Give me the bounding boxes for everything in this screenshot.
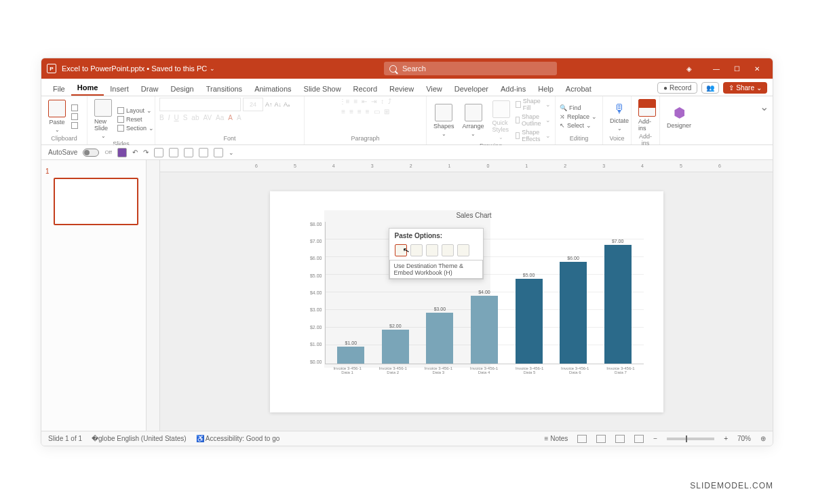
font-style-buttons[interactable]: BIUSabAVAaAA: [159, 114, 241, 121]
tab-transitions[interactable]: Transitions: [200, 82, 248, 96]
bar-6: $6.00: [560, 256, 587, 364]
language-indicator[interactable]: �globe English (United States): [92, 435, 187, 442]
font-family-select[interactable]: [159, 98, 241, 111]
shape-outline-button[interactable]: Shape Outline ⌄: [516, 113, 551, 127]
tab-home[interactable]: Home: [71, 81, 104, 96]
qat-icon-3[interactable]: [184, 148, 193, 157]
zoom-level[interactable]: 70%: [737, 435, 751, 442]
paragraph-buttons-1[interactable]: ⋮≡≡⇤⇥↕⤴: [339, 98, 392, 105]
tab-record[interactable]: Record: [347, 82, 383, 96]
replace-button[interactable]: ⤭Replace ⌄: [560, 113, 597, 120]
qat-dropdown-icon[interactable]: ⌄: [229, 149, 234, 156]
tab-help[interactable]: Help: [532, 82, 560, 96]
format-painter-icon[interactable]: [71, 122, 78, 129]
bar-3: $3.00: [426, 307, 453, 364]
tab-addins[interactable]: Add-ins: [495, 82, 532, 96]
tab-slideshow[interactable]: Slide Show: [298, 82, 347, 96]
qat-icon-4[interactable]: [199, 148, 208, 157]
maximize-button[interactable]: ☐: [726, 62, 747, 75]
notes-button[interactable]: ≡ Notes: [545, 435, 568, 442]
bar-1: $1.00: [337, 341, 364, 364]
tab-view[interactable]: View: [420, 82, 448, 96]
close-button[interactable]: ✕: [747, 62, 767, 75]
paste-options-popup: Paste Options: Use Destination Theme & E…: [389, 228, 484, 279]
save-icon[interactable]: [117, 148, 127, 157]
paragraph-buttons-2[interactable]: ≡≡≡≡▭⊞: [341, 108, 389, 115]
chart-y-axis: $8.00$7.00$6.00$5.00$4.00$3.00$2.00$1.00…: [305, 222, 325, 364]
collapse-ribbon-icon[interactable]: ⌄: [756, 96, 773, 144]
tab-file[interactable]: File: [47, 82, 71, 96]
group-voice: Voice: [607, 135, 627, 143]
font-size-select[interactable]: 24: [243, 98, 263, 111]
minimize-button[interactable]: —: [706, 62, 726, 75]
title-dropdown-icon[interactable]: ⌄: [210, 65, 215, 72]
select-button[interactable]: ↖Select ⌄: [560, 122, 597, 129]
slide-thumbnail-1[interactable]: [54, 178, 138, 225]
paste-option-2-icon[interactable]: [410, 244, 423, 256]
slide-indicator: Slide 1 of 1: [48, 435, 82, 442]
shapes-button[interactable]: Shapes⌄: [431, 102, 457, 138]
new-slide-button[interactable]: New Slide⌄: [92, 98, 115, 140]
redo-icon[interactable]: ↷: [143, 149, 149, 156]
shape-effects-button[interactable]: Shape Effects ⌄: [516, 129, 551, 142]
sorter-view-button[interactable]: [596, 435, 606, 443]
find-button[interactable]: 🔍Find: [560, 104, 597, 111]
ribbon-tabs: File Home Insert Draw Design Transitions…: [41, 79, 773, 96]
tab-animations[interactable]: Animations: [248, 82, 297, 96]
quick-styles-button[interactable]: Quick Styles⌄: [490, 99, 513, 142]
main-area: 1 6543210123456 Sales Chart $8.00$7.00$6…: [41, 160, 773, 431]
tab-acrobat[interactable]: Acrobat: [560, 82, 598, 96]
file-name: Excel to PowerPoint.pptx • Saved to this…: [62, 64, 207, 73]
record-button[interactable]: ● Record: [657, 82, 697, 94]
qat-icon-2[interactable]: [169, 148, 178, 157]
qat-icon-1[interactable]: [154, 148, 163, 157]
vertical-ruler: [147, 160, 160, 431]
group-font: Font: [159, 135, 300, 143]
autosave-toggle[interactable]: [83, 149, 99, 157]
search-icon: [389, 65, 397, 73]
zoom-out-button[interactable]: −: [653, 435, 657, 442]
paste-option-4-icon[interactable]: [442, 244, 454, 256]
slide[interactable]: Sales Chart $8.00$7.00$6.00$5.00$4.00$3.…: [270, 191, 663, 412]
share-button[interactable]: ⇪ Share ⌄: [723, 82, 767, 94]
group-editing: Editing: [560, 135, 598, 143]
undo-icon[interactable]: ↶: [132, 149, 138, 156]
bar-4: $4.00: [471, 290, 498, 364]
group-paragraph: Paragraph: [309, 135, 422, 143]
tab-review[interactable]: Review: [383, 82, 420, 96]
search-placeholder: Search: [402, 64, 426, 73]
accessibility-indicator[interactable]: ♿ Accessibility: Good to go: [196, 435, 280, 442]
tab-design[interactable]: Design: [164, 82, 199, 96]
shape-fill-button[interactable]: Shape Fill ⌄: [516, 98, 551, 111]
section-button[interactable]: Section ⌄: [117, 125, 154, 132]
paste-option-5-icon[interactable]: [457, 244, 469, 256]
fit-to-window-button[interactable]: ⊕: [760, 435, 766, 442]
dictate-button[interactable]: 🎙Dictate⌄: [607, 100, 632, 133]
zoom-in-button[interactable]: +: [724, 435, 728, 442]
quick-access-toolbar: AutoSave Off ↶ ↷ ⌄: [41, 145, 773, 160]
normal-view-button[interactable]: [577, 435, 587, 443]
paste-button[interactable]: Paste⌄: [45, 98, 69, 134]
attribution: SLIDEMODEL.COM: [690, 481, 773, 490]
qat-icon-5[interactable]: [214, 148, 223, 157]
reset-button[interactable]: Reset: [117, 116, 154, 123]
copy-icon[interactable]: [71, 113, 78, 120]
cut-icon[interactable]: [71, 104, 78, 111]
addins-button[interactable]: Add-ins: [636, 98, 659, 133]
teams-button[interactable]: 👥: [701, 82, 719, 94]
tab-draw[interactable]: Draw: [135, 82, 165, 96]
zoom-slider[interactable]: [667, 438, 714, 440]
designer-button[interactable]: ⬢Designer: [664, 103, 694, 130]
search-box[interactable]: Search: [384, 62, 557, 75]
arrange-button[interactable]: Arrange⌄: [460, 102, 487, 138]
titlebar: P Excel to PowerPoint.pptx • Saved to th…: [41, 58, 773, 79]
tab-developer[interactable]: Developer: [448, 82, 495, 96]
paste-option-3-icon[interactable]: [426, 244, 438, 256]
reading-view-button[interactable]: [615, 435, 625, 443]
slide-canvas[interactable]: Sales Chart $8.00$7.00$6.00$5.00$4.00$3.…: [160, 172, 773, 431]
premium-icon[interactable]: ◈: [679, 62, 699, 75]
slideshow-view-button[interactable]: [634, 435, 644, 443]
tab-insert[interactable]: Insert: [104, 82, 135, 96]
ribbon: Paste⌄ Clipboard New Slide⌄ Layout ⌄ Res…: [41, 96, 773, 145]
layout-button[interactable]: Layout ⌄: [117, 107, 154, 114]
